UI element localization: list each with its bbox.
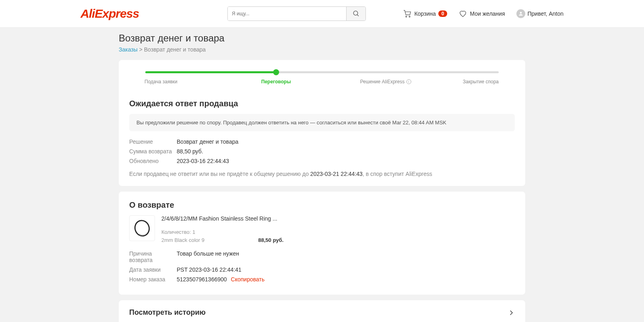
- cart-icon: [403, 9, 412, 18]
- product-image[interactable]: 2mm: [129, 215, 155, 241]
- order-number-label: Номер заказа: [129, 276, 177, 283]
- history-label: Посмотреть историю: [129, 308, 206, 317]
- svg-point-2: [406, 16, 407, 17]
- search-button[interactable]: [346, 7, 365, 21]
- account-link[interactable]: Привет, Anton: [516, 9, 564, 18]
- svg-line-1: [357, 14, 359, 16]
- progress-tracker: Подача заявки Переговоры Решение AliExpr…: [145, 71, 499, 85]
- product-qty: Количество: 1: [161, 229, 195, 235]
- logo[interactable]: AliExpress: [80, 7, 139, 21]
- breadcrumb-orders-link[interactable]: Заказы: [119, 46, 138, 53]
- search-input[interactable]: [228, 7, 346, 21]
- amount-value: 88,50 руб.: [177, 148, 203, 155]
- cart-label: Корзина: [414, 10, 436, 17]
- svg-point-0: [353, 11, 358, 15]
- reason-label: Причина возврата: [129, 250, 177, 263]
- page-title: Возврат денег и товара: [119, 33, 525, 44]
- updated-label: Обновлено: [129, 158, 177, 164]
- view-history-button[interactable]: Посмотреть историю: [119, 300, 525, 322]
- wishlist-label: Мои желания: [470, 10, 505, 17]
- decision-value: Возврат денег и товара: [177, 138, 238, 145]
- info-icon[interactable]: i: [406, 79, 411, 84]
- about-heading: О возврате: [129, 200, 515, 210]
- ring-icon: 2mm: [133, 219, 151, 237]
- request-date-label: Дата заявки: [129, 266, 177, 273]
- breadcrumb-current: Возврат денег и товара: [144, 46, 206, 53]
- progress-step-negotiation: Переговоры: [261, 79, 291, 85]
- greeting-label: Привет, Anton: [528, 10, 564, 17]
- avatar-icon: [516, 9, 525, 18]
- decision-label: Решение: [129, 138, 177, 145]
- svg-point-3: [409, 16, 411, 17]
- wishlist-link[interactable]: Мои желания: [458, 9, 505, 18]
- search-box: [227, 6, 366, 21]
- dispute-status-card: Подача заявки Переговоры Решение AliExpr…: [119, 60, 525, 186]
- progress-step-close: Закрытие спора: [463, 79, 499, 85]
- escalation-note: Если продавец не ответит или вы не придё…: [129, 171, 515, 177]
- site-header: AliExpress Корзина 0 Мои желания Привет,: [0, 0, 644, 28]
- breadcrumb: Заказы > Возврат денег и товара: [119, 46, 525, 53]
- heart-icon: [458, 9, 467, 18]
- status-notice: Вы предложили решение по спору. Продавец…: [129, 114, 515, 131]
- order-number-value: 5123507961366900: [177, 276, 227, 283]
- reason-value: Товар больше не нужен: [177, 250, 239, 263]
- search-icon: [353, 10, 360, 17]
- status-heading: Ожидается ответ продавца: [129, 99, 515, 108]
- product-price: 88,50 руб.: [258, 237, 284, 243]
- progress-step-decision: Решение AliExpress i: [360, 79, 411, 85]
- product-variant: 2mm Black color 9: [161, 237, 204, 243]
- updated-value: 2023-03-16 22:44:43: [177, 158, 229, 164]
- request-date-value: PST 2023-03-16 22:44:41: [177, 266, 242, 273]
- return-details-card: О возврате 2mm 2/4/6/8/12/MM Fashion Sta…: [119, 192, 525, 295]
- svg-text:2mm: 2mm: [140, 234, 145, 236]
- copy-order-link[interactable]: Скопировать: [231, 276, 265, 283]
- progress-step-submit: Подача заявки: [144, 79, 178, 85]
- amount-label: Сумма возврата: [129, 148, 177, 155]
- cart-badge: 0: [438, 10, 448, 17]
- svg-point-4: [520, 12, 522, 14]
- cart-link[interactable]: Корзина 0: [403, 9, 447, 18]
- chevron-right-icon: [508, 309, 515, 316]
- product-title[interactable]: 2/4/6/8/12/MM Fashion Stainless Steel Ri…: [161, 215, 515, 222]
